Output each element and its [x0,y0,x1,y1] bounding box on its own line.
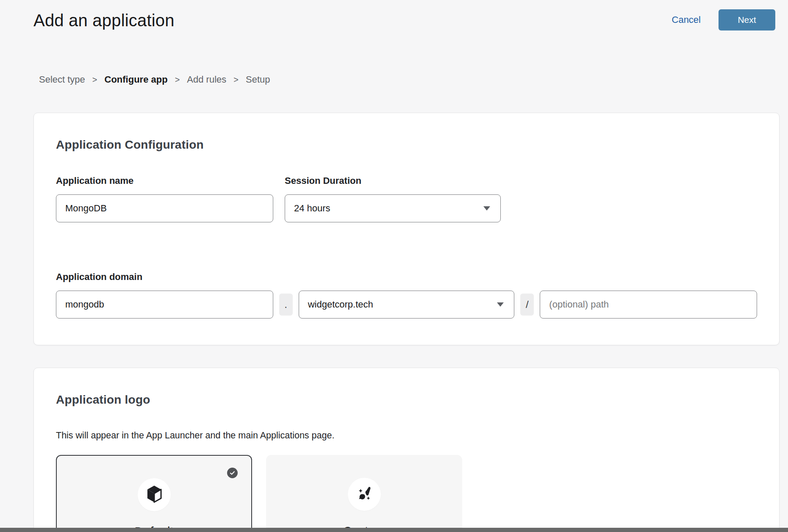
logo-option-custom[interactable]: Custom [266,455,462,532]
paintbrush-icon [355,485,373,504]
cancel-button[interactable]: Cancel [672,9,701,30]
custom-logo-circle [348,478,381,511]
page-header: Add an application Cancel Next [0,0,788,30]
bottom-edge-bar [0,528,788,532]
session-duration-label: Session Duration [285,175,501,186]
application-name-label: Application name [56,175,273,186]
slash-separator: / [520,294,534,316]
application-name-field-group: Application name [56,175,273,222]
cube-icon [145,485,163,505]
application-logo-card: Application logo This will appear in the… [33,368,780,532]
domain-select[interactable]: widgetcorp.tech [299,291,515,319]
domain-select-value: widgetcorp.tech [308,299,373,310]
session-duration-value: 24 hours [294,203,330,214]
application-configuration-heading: Application Configuration [56,138,757,152]
header-actions: Cancel Next [672,9,775,30]
dot-separator: . [279,294,293,316]
application-configuration-card: Application Configuration Application na… [33,113,780,345]
breadcrumb-separator: > [175,75,180,85]
default-logo-circle [138,478,171,511]
chevron-down-icon [483,206,490,211]
path-input[interactable] [540,291,757,319]
selected-check-icon [227,468,238,478]
breadcrumb-step-add-rules[interactable]: Add rules [187,74,226,85]
session-duration-field-group: Session Duration 24 hours [285,175,501,222]
application-name-input[interactable] [56,194,273,222]
application-logo-description: This will appear in the App Launcher and… [56,430,757,441]
breadcrumb-step-select-type[interactable]: Select type [39,74,85,85]
breadcrumb-step-setup[interactable]: Setup [246,74,270,85]
breadcrumb-step-configure-app[interactable]: Configure app [105,74,168,85]
application-domain-field-group: Application domain . widgetcorp.tech / [56,272,757,319]
chevron-down-icon [497,302,504,307]
logo-options: Default Custom [56,455,757,532]
subdomain-input[interactable] [56,291,273,319]
breadcrumb-separator: > [92,75,97,85]
application-logo-heading: Application logo [56,393,757,407]
session-duration-select[interactable]: 24 hours [285,194,501,222]
breadcrumb: Select type > Configure app > Add rules … [0,74,788,85]
breadcrumb-separator: > [233,75,239,85]
page-title: Add an application [33,9,175,30]
next-button[interactable]: Next [719,9,775,30]
application-domain-label: Application domain [56,272,757,283]
logo-option-default[interactable]: Default [56,455,252,532]
